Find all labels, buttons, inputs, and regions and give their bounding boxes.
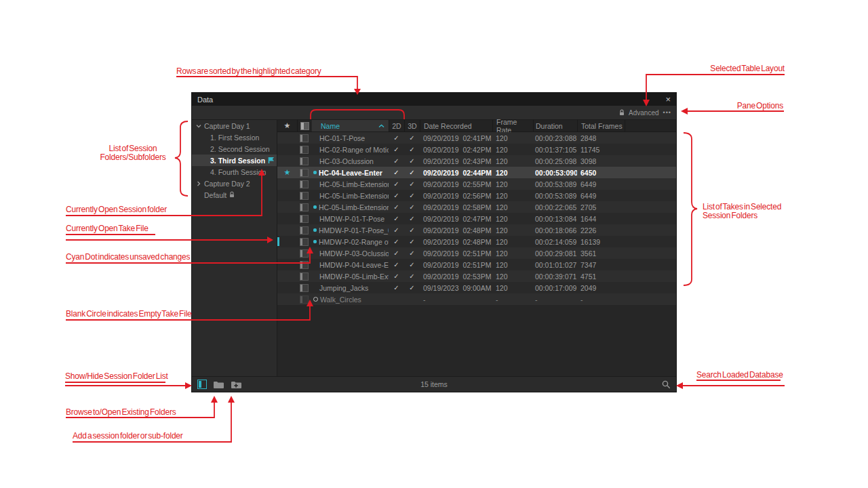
take-status-icon (313, 194, 317, 198)
take-date: 09/20/2019 02:42PM (420, 144, 492, 155)
sort-ascending-icon (378, 124, 384, 128)
annotation-pane-options: Pane Options (737, 102, 783, 110)
take-status-icon (313, 182, 317, 186)
take-date: 09/20/2019 02:58PM (420, 201, 492, 213)
take-row[interactable]: Jumping_Jacks ✓ ✓ 09/19/2023 09:00AM 120… (277, 282, 676, 293)
annotation-browse: Browse to/Open Existing Folders (66, 408, 176, 417)
table-layout-selector[interactable]: Advanced (629, 109, 658, 117)
take-row[interactable]: ★ HC-04-Leave-Enter ✓ ✓ 09/20/2019 02:44… (277, 167, 676, 178)
take-date: 09/20/2019 02:47PM (420, 213, 492, 224)
take-row[interactable]: HMDW-P-01-T-Pose ✓ ✓ 09/20/2019 02:47PM … (277, 213, 676, 224)
take-2d-check-icon: ✓ (389, 282, 404, 293)
take-status-icon (313, 217, 317, 221)
take-framerate: 120 (492, 213, 533, 224)
take-row[interactable]: HC-01-T-Pose ✓ ✓ 09/20/2019 02:41PM 120 … (277, 132, 676, 144)
data-pane: Data × Advanced ••• Capture Day 1 1. Fir… (192, 93, 676, 392)
take-date: 09/19/2023 09:00AM (420, 282, 492, 293)
take-framerate: 120 (492, 259, 533, 270)
header-favorite-column[interactable]: ★ (277, 120, 297, 131)
take-duration: 00:00:18:066 (533, 224, 577, 236)
take-3d-check-icon: ✓ (404, 259, 420, 270)
annotation-toggle-list: Show/Hide Session Folder List (65, 372, 168, 381)
take-icon (300, 261, 309, 269)
take-row[interactable]: HC-05-Limb-Extension ✓ ✓ 09/20/2019 02:5… (277, 178, 676, 190)
take-totalframes: 2226 (577, 224, 625, 236)
session-folder-item[interactable]: Default (192, 189, 277, 201)
take-status-icon (313, 136, 317, 140)
lock-icon (229, 191, 235, 199)
session-folder-item[interactable]: Capture Day 1 (192, 120, 277, 131)
take-duration: 00:00:53:090 (533, 167, 577, 178)
take-duration: 00:00:13:084 (533, 213, 577, 224)
take-date: 09/20/2019 02:43PM (420, 155, 492, 167)
take-row[interactable]: HC-03-Oclussion ✓ ✓ 09/20/2019 02:43PM 1… (277, 155, 676, 167)
favorite-star-icon: ★ (284, 169, 291, 176)
take-framerate: 120 (492, 178, 533, 190)
take-totalframes: 6449 (577, 190, 625, 201)
pane-options-button[interactable]: ••• (663, 109, 671, 116)
take-2d-check-icon: ✓ (389, 259, 404, 270)
take-status-icon (313, 286, 317, 290)
close-icon[interactable]: × (665, 95, 671, 104)
session-folder-item[interactable]: 1. First Session (192, 131, 277, 143)
header-totalframes-column[interactable]: Total Frames (577, 120, 625, 131)
annotation-session-list: List of Session Folders/Subfolders (94, 144, 172, 162)
annotation-cyan-dot: Cyan Dot indicates unsaved changes (66, 253, 190, 262)
take-name: HC-05-Limb-Extension_001 (319, 192, 389, 200)
take-row[interactable]: HC-05-Limb-Extension_001 ✓ ✓ 09/20/2019 … (277, 190, 676, 201)
take-3d-check-icon: ✓ (404, 270, 420, 282)
take-date: 09/20/2019 02:53PM (420, 270, 492, 282)
take-3d-check-icon: ✓ (404, 282, 420, 293)
take-row[interactable]: HC-05-Limb-Extension_002 ✓ ✓ 09/20/2019 … (277, 201, 676, 213)
take-framerate: 120 (492, 167, 533, 178)
session-folder-label: 4. Fourth Session (210, 168, 266, 176)
take-icon (300, 157, 309, 165)
header-duration-column[interactable]: Duration (533, 120, 577, 131)
session-folder-label: Default (204, 191, 226, 199)
take-row[interactable]: Walk_Circles - - - - (277, 293, 676, 305)
header-spacer (625, 120, 676, 131)
take-totalframes: 2049 (577, 282, 625, 293)
take-row[interactable]: HMDW-P-04-Leave-Enter ✓ ✓ 09/20/2019 02:… (277, 259, 676, 270)
take-2d-check-icon: ✓ (389, 270, 404, 282)
take-icon (300, 122, 309, 130)
take-row[interactable]: HMDW-P-01-T-Pose_001 ✓ ✓ 09/20/2019 02:4… (277, 224, 676, 236)
take-icon (300, 180, 309, 188)
session-folder-item[interactable]: 3. Third Session (192, 155, 277, 166)
session-folder-item[interactable]: 4. Fourth Session (192, 166, 277, 178)
take-status-icon (313, 228, 317, 232)
session-folder-item[interactable]: Capture Day 2 (192, 178, 277, 189)
pane-title: Data (197, 96, 213, 104)
header-2d-column[interactable]: 2D (389, 120, 404, 131)
annotation-search: Search Loaded Database (696, 371, 783, 380)
take-3d-check-icon: ✓ (404, 224, 420, 236)
take-icon (300, 272, 309, 281)
take-2d-check-icon: ✓ (389, 144, 404, 155)
take-3d-check-icon: ✓ (404, 201, 420, 213)
header-3d-column[interactable]: 3D (404, 120, 420, 131)
take-duration: 00:00:29:081 (533, 247, 577, 259)
header-framerate-column[interactable]: Frame Rate (492, 120, 533, 131)
take-icon (300, 203, 309, 211)
session-folder-label: 3. Third Session (210, 157, 265, 165)
take-3d-check-icon: ✓ (404, 144, 420, 155)
take-totalframes: 11745 (577, 144, 625, 155)
take-row[interactable]: HMDW-P-05-Limb-Extension ✓ ✓ 09/20/2019 … (277, 270, 676, 282)
session-folder-item[interactable]: 2. Second Session (192, 143, 277, 155)
session-folder-label: 2. Second Session (210, 145, 270, 153)
take-totalframes: 6450 (577, 167, 625, 178)
take-framerate: 120 (492, 190, 533, 201)
header-date-column[interactable]: Date Recorded (420, 120, 492, 131)
take-row[interactable]: HMDW-P-02-Range of Motion ✓ ✓ 09/20/2019… (277, 236, 676, 247)
take-name: HMDW-P-01-T-Pose_001 (319, 226, 389, 235)
header-name-column[interactable]: Name (311, 120, 389, 131)
take-icon (300, 215, 309, 223)
annotation-table-layout: Selected Table Layout (710, 64, 785, 73)
header-take-icon-column[interactable] (297, 120, 311, 131)
take-2d-check-icon: ✓ (389, 132, 404, 144)
take-status-icon (313, 148, 317, 152)
take-row[interactable]: HC-02-Range of Motion ✓ ✓ 09/20/2019 02:… (277, 144, 676, 155)
take-name: HC-03-Oclussion (319, 157, 374, 165)
take-row[interactable]: HMDW-P-03-Oclussion ✓ ✓ 09/20/2019 02:51… (277, 247, 676, 259)
take-duration: 00:00:25:098 (533, 155, 577, 167)
